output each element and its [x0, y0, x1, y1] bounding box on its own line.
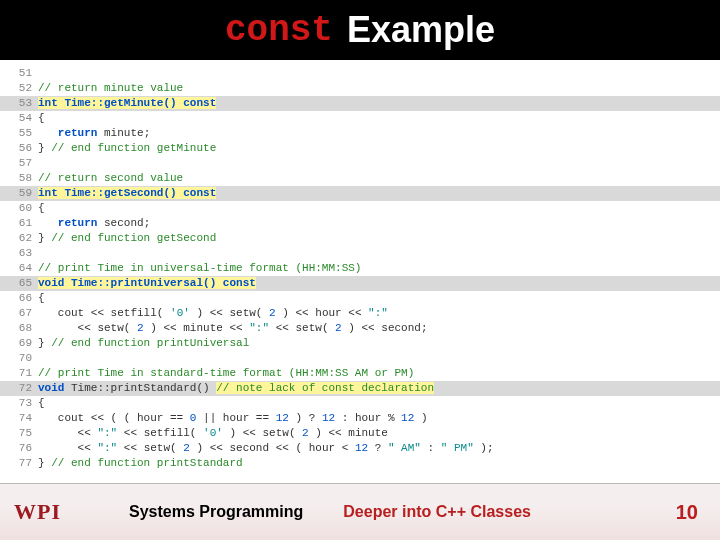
- footer-topic: Deeper into C++ Classes: [343, 503, 531, 521]
- code-line: 52// return minute value: [0, 81, 720, 96]
- line-number: 69: [0, 336, 38, 351]
- line-number: 70: [0, 351, 38, 366]
- code-text: [38, 156, 720, 171]
- line-number: 63: [0, 246, 38, 261]
- code-line: 57: [0, 156, 720, 171]
- code-line: 68 << setw( 2 ) << minute << ":" << setw…: [0, 321, 720, 336]
- code-line: 69} // end function printUniversal: [0, 336, 720, 351]
- line-number: 73: [0, 396, 38, 411]
- code-line: 63: [0, 246, 720, 261]
- code-line: 58// return second value: [0, 171, 720, 186]
- title-keyword: const: [225, 10, 333, 51]
- code-text: // return second value: [38, 171, 720, 186]
- page-number: 10: [676, 501, 720, 524]
- code-text: // return minute value: [38, 81, 720, 96]
- code-text: {: [38, 201, 720, 216]
- line-number: 72: [0, 381, 38, 396]
- code-line: 60{: [0, 201, 720, 216]
- line-number: 77: [0, 456, 38, 471]
- code-line: 64// print Time in universal-time format…: [0, 261, 720, 276]
- code-text: {: [38, 111, 720, 126]
- code-text: return minute;: [38, 126, 720, 141]
- code-text: [38, 351, 720, 366]
- line-number: 53: [0, 96, 38, 111]
- code-text: } // end function getSecond: [38, 231, 720, 246]
- line-number: 52: [0, 81, 38, 96]
- code-text: {: [38, 291, 720, 306]
- code-text: void Time::printUniversal() const: [38, 276, 720, 291]
- code-text: [38, 66, 720, 81]
- code-text: << setw( 2 ) << minute << ":" << setw( 2…: [38, 321, 720, 336]
- code-line: 73{: [0, 396, 720, 411]
- line-number: 55: [0, 126, 38, 141]
- code-line: 70: [0, 351, 720, 366]
- code-text: } // end function printUniversal: [38, 336, 720, 351]
- code-text: // print Time in standard-time format (H…: [38, 366, 720, 381]
- code-text: cout << setfill( '0' ) << setw( 2 ) << h…: [38, 306, 720, 321]
- line-number: 56: [0, 141, 38, 156]
- code-line: 77} // end function printStandard: [0, 456, 720, 471]
- line-number: 66: [0, 291, 38, 306]
- code-text: void Time::printStandard() // note lack …: [38, 381, 720, 396]
- code-text: // print Time in universal-time format (…: [38, 261, 720, 276]
- line-number: 60: [0, 201, 38, 216]
- line-number: 74: [0, 411, 38, 426]
- code-text: } // end function printStandard: [38, 456, 720, 471]
- code-line: 61 return second;: [0, 216, 720, 231]
- code-text: [38, 246, 720, 261]
- code-line: 72void Time::printStandard() // note lac…: [0, 381, 720, 396]
- title-text: Example: [347, 9, 495, 51]
- code-text: cout << ( ( hour == 0 || hour == 12 ) ? …: [38, 411, 720, 426]
- code-listing: 51 52// return minute value53int Time::g…: [0, 60, 720, 484]
- line-number: 54: [0, 111, 38, 126]
- line-number: 75: [0, 426, 38, 441]
- code-text: int Time::getMinute() const: [38, 96, 720, 111]
- code-line: 74 cout << ( ( hour == 0 || hour == 12 )…: [0, 411, 720, 426]
- footer-course: Systems Programming: [129, 503, 303, 521]
- code-line: 71// print Time in standard-time format …: [0, 366, 720, 381]
- code-text: {: [38, 396, 720, 411]
- code-text: << ":" << setfill( '0' ) << setw( 2 ) <<…: [38, 426, 720, 441]
- line-number: 62: [0, 231, 38, 246]
- code-text: return second;: [38, 216, 720, 231]
- code-line: 62} // end function getSecond: [0, 231, 720, 246]
- code-line: 75 << ":" << setfill( '0' ) << setw( 2 )…: [0, 426, 720, 441]
- code-line: 53int Time::getMinute() const: [0, 96, 720, 111]
- code-line: 56} // end function getMinute: [0, 141, 720, 156]
- line-number: 58: [0, 171, 38, 186]
- code-line: 66{: [0, 291, 720, 306]
- line-number: 59: [0, 186, 38, 201]
- line-number: 68: [0, 321, 38, 336]
- code-text: int Time::getSecond() const: [38, 186, 720, 201]
- footer-center: Systems Programming Deeper into C++ Clas…: [99, 503, 676, 521]
- code-line: 51: [0, 66, 720, 81]
- slide-title: const Example: [0, 0, 720, 60]
- line-number: 61: [0, 216, 38, 231]
- code-line: 76 << ":" << setw( 2 ) << second << ( ho…: [0, 441, 720, 456]
- code-text: } // end function getMinute: [38, 141, 720, 156]
- line-number: 65: [0, 276, 38, 291]
- code-line: 54{: [0, 111, 720, 126]
- wpi-logo: WPI: [0, 499, 99, 525]
- line-number: 67: [0, 306, 38, 321]
- slide-footer: WPI Systems Programming Deeper into C++ …: [0, 483, 720, 540]
- code-line: 55 return minute;: [0, 126, 720, 141]
- code-line: 65void Time::printUniversal() const: [0, 276, 720, 291]
- line-number: 51: [0, 66, 38, 81]
- line-number: 57: [0, 156, 38, 171]
- code-text: << ":" << setw( 2 ) << second << ( hour …: [38, 441, 720, 456]
- code-line: 59int Time::getSecond() const: [0, 186, 720, 201]
- code-line: 67 cout << setfill( '0' ) << setw( 2 ) <…: [0, 306, 720, 321]
- line-number: 76: [0, 441, 38, 456]
- line-number: 64: [0, 261, 38, 276]
- line-number: 71: [0, 366, 38, 381]
